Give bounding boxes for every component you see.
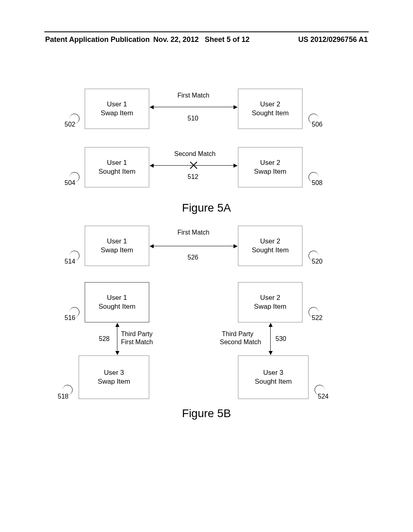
ref-512: 512 xyxy=(188,173,198,181)
arrow-526 xyxy=(150,246,237,246)
box-522: User 2 Swap Item xyxy=(238,282,302,322)
box-502-l2: Swap Item xyxy=(85,109,149,118)
box-502-l1: User 1 xyxy=(85,100,149,109)
ref-510: 510 xyxy=(188,115,198,122)
header-sheet: Sheet 5 of 12 xyxy=(205,35,250,44)
box-516-l2: Sought Item xyxy=(85,302,149,311)
label-tp-second-l2: Second Match xyxy=(220,339,261,346)
ref-508: 508 xyxy=(312,179,323,187)
header-right: US 2012/0296756 A1 xyxy=(298,35,368,44)
ref-524: 524 xyxy=(318,393,329,400)
box-506-l1: User 2 xyxy=(238,100,302,109)
label-tp-first-l1: Third Party xyxy=(121,330,152,338)
ref-504: 504 xyxy=(65,179,75,187)
box-522-l2: Swap Item xyxy=(238,302,302,311)
ref-528: 528 xyxy=(99,335,110,343)
box-508-l1: User 2 xyxy=(238,158,302,167)
box-508-l2: Swap Item xyxy=(238,167,302,176)
box-516: User 1 Sought Item xyxy=(85,282,149,322)
box-514-l1: User 1 xyxy=(85,237,149,246)
box-516-l1: User 1 xyxy=(85,293,149,302)
ref-502: 502 xyxy=(65,121,75,128)
box-502: User 1 Swap Item xyxy=(85,89,149,129)
x-icon xyxy=(190,161,198,169)
ref-514: 514 xyxy=(65,258,75,265)
arrow-510 xyxy=(150,107,237,107)
header-date: Nov. 22, 2012 xyxy=(153,35,199,44)
box-524: User 3 Sought Item xyxy=(238,355,309,399)
box-524-l2: Sought Item xyxy=(238,377,308,386)
box-522-l1: User 2 xyxy=(238,293,302,302)
ref-518: 518 xyxy=(58,393,69,400)
label-second-match-5a: Second Match xyxy=(174,150,215,158)
box-504: User 1 Sought Item xyxy=(85,147,149,187)
box-518-l2: Swap Item xyxy=(79,377,149,386)
ref-526: 526 xyxy=(188,254,198,261)
ref-522: 522 xyxy=(312,314,323,322)
arrow-530 xyxy=(270,323,271,355)
label-first-match-5a: First Match xyxy=(177,92,209,99)
box-520-l1: User 2 xyxy=(238,237,302,246)
arrow-528 xyxy=(117,323,117,355)
ref-520: 520 xyxy=(312,258,323,265)
box-506: User 2 Sought Item xyxy=(238,89,302,129)
header-left: Patent Application Publication xyxy=(45,35,150,44)
box-508: User 2 Swap Item xyxy=(238,147,302,187)
ref-530: 530 xyxy=(275,335,286,343)
box-524-l1: User 3 xyxy=(238,368,308,377)
ref-516: 516 xyxy=(65,314,75,322)
ref-506: 506 xyxy=(312,121,323,128)
label-first-match-5b: First Match xyxy=(177,229,209,236)
figure-5a-title: Figure 5A xyxy=(0,202,413,214)
figure-5b-title: Figure 5B xyxy=(0,407,413,420)
box-504-l1: User 1 xyxy=(85,158,149,167)
header-rule xyxy=(44,31,369,32)
box-518-l1: User 3 xyxy=(79,368,149,377)
box-506-l2: Sought Item xyxy=(238,109,302,118)
box-518: User 3 Swap Item xyxy=(79,355,149,399)
label-tp-second-l1: Third Party xyxy=(222,330,253,338)
box-514: User 1 Swap Item xyxy=(85,226,149,266)
box-504-l2: Sought Item xyxy=(85,167,149,176)
header-mid: Nov. 22, 2012 Sheet 5 of 12 xyxy=(153,35,250,44)
label-tp-first-l2: First Match xyxy=(121,339,153,346)
box-514-l2: Swap Item xyxy=(85,246,149,255)
box-520-l2: Sought Item xyxy=(238,246,302,255)
box-520: User 2 Sought Item xyxy=(238,226,302,266)
